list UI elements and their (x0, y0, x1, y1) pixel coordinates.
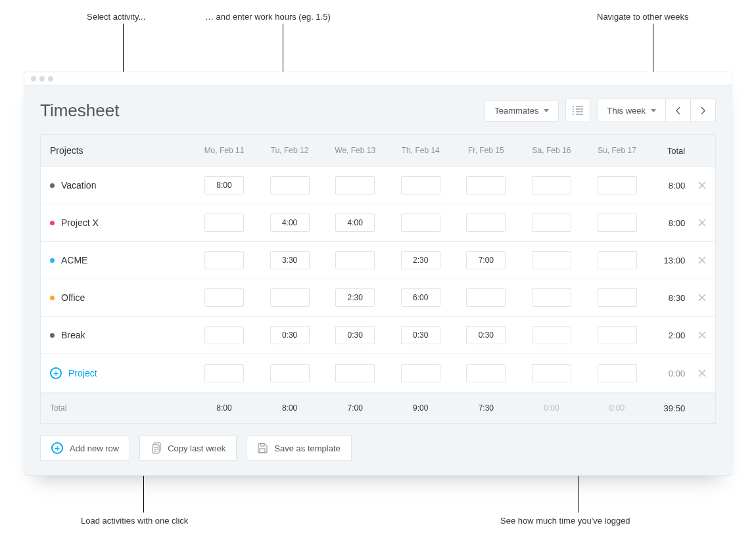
row-total: 0:00 (650, 369, 689, 378)
time-input[interactable] (532, 176, 571, 194)
project-color-dot (50, 183, 55, 188)
annotation-see-time: See how much time you've logged (500, 516, 630, 526)
time-input[interactable] (532, 214, 571, 232)
time-input[interactable] (598, 326, 637, 344)
time-input[interactable] (598, 176, 637, 194)
time-input[interactable] (466, 288, 506, 307)
time-input[interactable] (335, 176, 375, 194)
footer-day-total: 8:00 (191, 403, 257, 413)
time-input[interactable] (466, 251, 506, 269)
close-icon (698, 331, 706, 339)
remove-row-button[interactable] (698, 256, 706, 264)
project-cell[interactable]: Vacation (41, 167, 191, 204)
annotation-enter-hours: … and enter work hours (eg. 1.5) (205, 12, 331, 22)
svg-rect-12 (260, 449, 265, 453)
annotation-load-activities: Load activities with one click (81, 516, 188, 526)
week-picker[interactable]: This week (597, 99, 666, 122)
time-input[interactable] (598, 364, 637, 382)
project-cell[interactable]: Project X (41, 204, 191, 241)
row-total: 8:00 (650, 181, 689, 191)
new-project-button[interactable]: + Project (41, 354, 191, 392)
time-input[interactable] (401, 364, 440, 382)
project-name: ACME (61, 255, 87, 265)
time-input[interactable] (335, 326, 375, 344)
annotation-select-activity: Select activity... (87, 12, 145, 22)
time-input[interactable] (466, 176, 506, 194)
traffic-light (31, 76, 36, 81)
plus-circle-icon: + (51, 442, 63, 454)
copy-last-week-label: Copy last week (168, 443, 225, 453)
project-cell[interactable]: Break (41, 317, 191, 353)
time-input[interactable] (401, 176, 440, 194)
project-name: Break (61, 330, 85, 340)
time-input[interactable] (532, 326, 571, 344)
project-color-dot (50, 333, 55, 338)
close-icon (698, 256, 706, 264)
time-input[interactable] (270, 176, 310, 194)
prev-week-button[interactable] (666, 99, 691, 122)
time-input[interactable] (466, 326, 506, 344)
time-input[interactable] (270, 288, 310, 307)
time-input[interactable] (401, 214, 440, 232)
col-day: Sa, Feb 16 (519, 146, 584, 155)
footer-day-total: 7:30 (454, 403, 519, 413)
time-input[interactable] (335, 214, 375, 232)
time-input[interactable] (270, 214, 310, 232)
remove-row-button[interactable] (698, 331, 706, 339)
project-cell[interactable]: ACME (41, 242, 191, 279)
project-name: Vacation (61, 180, 96, 191)
remove-row-button[interactable] (698, 219, 706, 227)
time-input[interactable] (466, 214, 506, 232)
time-input[interactable] (335, 364, 375, 382)
time-input[interactable] (532, 288, 571, 307)
time-input[interactable] (335, 251, 375, 269)
time-input[interactable] (598, 288, 637, 307)
timesheet-table: Projects Mo, Feb 11 Tu, Feb 12 We, Feb 1… (40, 134, 716, 424)
annotation-navigate-weeks: Navigate to other weeks (597, 12, 688, 22)
remove-row-button[interactable] (698, 181, 706, 189)
svg-rect-13 (260, 443, 264, 446)
footer-day-total: 9:00 (388, 403, 454, 413)
time-input[interactable] (532, 364, 571, 382)
project-cell[interactable]: Office (41, 279, 191, 316)
time-input[interactable] (401, 251, 440, 269)
time-input[interactable] (204, 326, 244, 344)
time-input[interactable] (270, 251, 310, 269)
time-input[interactable] (335, 288, 375, 307)
teammates-picker[interactable]: Teammates (484, 100, 559, 122)
time-input[interactable] (401, 326, 440, 344)
time-input[interactable] (204, 176, 244, 194)
time-input[interactable] (466, 364, 506, 382)
list-view-button[interactable] (565, 99, 590, 122)
save-template-button[interactable]: Save as template (246, 436, 351, 461)
time-input[interactable] (532, 251, 571, 269)
time-input[interactable] (401, 288, 440, 307)
week-label: This week (607, 106, 646, 116)
close-icon (698, 181, 706, 189)
add-row-label: Add new row (70, 443, 119, 453)
plus-circle-icon: + (50, 367, 62, 379)
time-input[interactable] (204, 251, 244, 269)
copy-icon (151, 442, 161, 454)
caret-down-icon (651, 109, 656, 112)
time-input[interactable] (204, 288, 244, 307)
time-input[interactable] (270, 364, 310, 382)
copy-last-week-button[interactable]: Copy last week (139, 436, 237, 461)
remove-row-button[interactable] (698, 294, 706, 302)
time-input[interactable] (270, 326, 310, 344)
row-total: 8:30 (650, 293, 689, 303)
time-input[interactable] (598, 214, 637, 232)
footer-day-total: 0:00 (584, 403, 650, 413)
add-row-button[interactable]: + Add new row (40, 436, 130, 461)
page-title: Timesheet (40, 101, 119, 121)
time-input[interactable] (204, 364, 244, 382)
time-input[interactable] (598, 251, 637, 269)
col-day: Tu, Feb 12 (257, 146, 323, 155)
next-week-button[interactable] (691, 99, 716, 122)
project-color-dot (50, 221, 55, 225)
table-row: Office8:30 (41, 279, 715, 317)
remove-row-button[interactable] (698, 369, 706, 377)
col-projects: Projects (41, 135, 191, 166)
time-input[interactable] (204, 214, 244, 232)
project-name: Office (61, 292, 85, 303)
